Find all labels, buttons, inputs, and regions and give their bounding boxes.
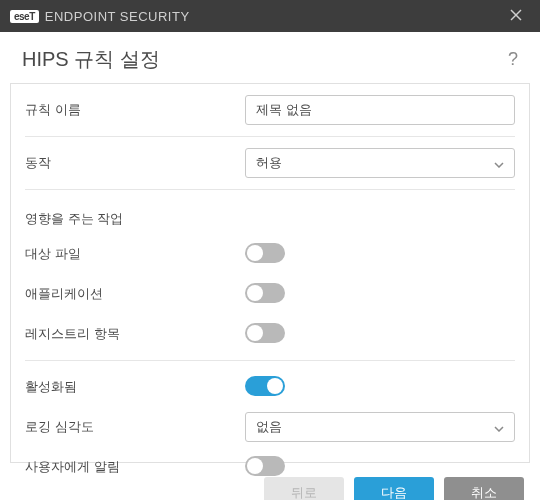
label-target-files: 대상 파일 — [25, 239, 245, 269]
row-applications: 애플리케이션 — [25, 274, 515, 314]
toggle-registry-entries[interactable] — [245, 323, 285, 343]
toggle-enabled[interactable] — [245, 376, 285, 396]
dialog-header: HIPS 규칙 설정 ? — [0, 32, 540, 83]
row-target-files: 대상 파일 — [25, 234, 515, 274]
row-action: 동작 허용 — [25, 143, 515, 183]
toggle-applications[interactable] — [245, 283, 285, 303]
label-registry-entries: 레지스트리 항목 — [25, 319, 245, 349]
toggle-notify-user[interactable] — [245, 456, 285, 476]
row-registry-entries: 레지스트리 항목 — [25, 314, 515, 354]
row-enabled: 활성화됨 — [25, 367, 515, 407]
label-action: 동작 — [25, 148, 245, 178]
logging-severity-select[interactable]: 없음 — [245, 412, 515, 442]
toggle-target-files[interactable] — [245, 243, 285, 263]
chevron-down-icon — [494, 420, 504, 435]
row-logging-severity: 로깅 심각도 없음 — [25, 407, 515, 447]
help-icon[interactable]: ? — [508, 49, 518, 70]
content-panel: 규칙 이름 동작 허용 영향을 주는 작업 대상 파일 애플리케이션 — [10, 83, 530, 463]
next-button[interactable]: 다음 — [354, 477, 434, 500]
product-name: ENDPOINT SECURITY — [45, 9, 190, 24]
divider — [25, 189, 515, 190]
label-enabled: 활성화됨 — [25, 372, 245, 402]
brand-badge: eseT — [10, 10, 39, 23]
action-select-value: 허용 — [256, 154, 494, 172]
label-rule-name: 규칙 이름 — [25, 95, 245, 125]
titlebar: eseT ENDPOINT SECURITY — [0, 0, 540, 32]
close-icon[interactable] — [502, 4, 530, 28]
section-operations: 영향을 주는 작업 — [25, 196, 515, 234]
cancel-button[interactable]: 취소 — [444, 477, 524, 500]
page-title: HIPS 규칙 설정 — [22, 46, 508, 73]
logging-severity-value: 없음 — [256, 418, 494, 436]
label-logging-severity: 로깅 심각도 — [25, 412, 245, 442]
action-select[interactable]: 허용 — [245, 148, 515, 178]
chevron-down-icon — [494, 156, 504, 171]
label-notify-user: 사용자에게 알림 — [25, 452, 245, 482]
divider — [25, 360, 515, 361]
divider — [25, 136, 515, 137]
label-applications: 애플리케이션 — [25, 279, 245, 309]
back-button: 뒤로 — [264, 477, 344, 500]
rule-name-input[interactable] — [245, 95, 515, 125]
row-rule-name: 규칙 이름 — [25, 90, 515, 130]
